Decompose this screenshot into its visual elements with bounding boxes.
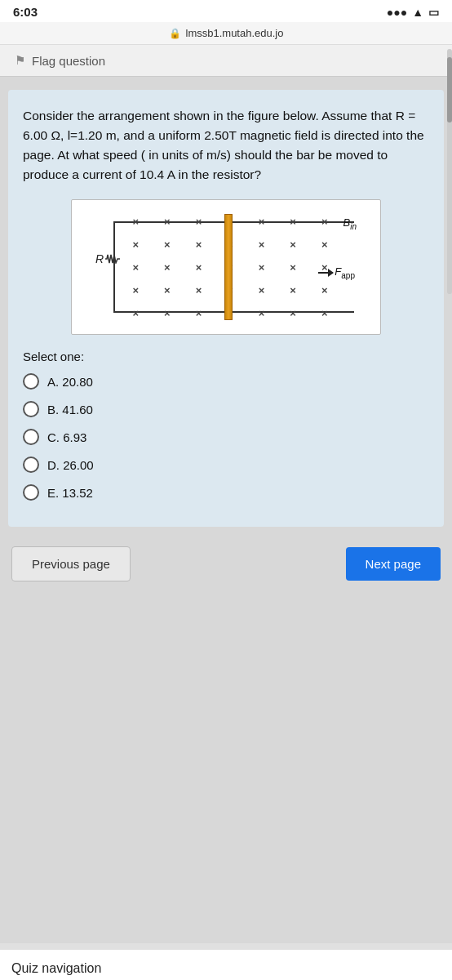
time: 6:03 [13, 5, 38, 19]
next-page-button[interactable]: Next page [346, 547, 441, 581]
option-row-e[interactable]: E. 13.52 [23, 484, 429, 501]
radio-c[interactable] [23, 429, 39, 445]
rail-left [113, 221, 115, 313]
x-cell: × [152, 256, 184, 278]
x-cell: × [246, 210, 277, 233]
radio-e[interactable] [23, 484, 39, 501]
figure-inner: R × × × × × × × [95, 210, 357, 324]
x-cell: × [308, 233, 340, 256]
main-content: ⚑ Flag question Consider the arrangement… [0, 45, 452, 943]
figure-box: R × × × × × × × [71, 199, 381, 335]
x-cell: × [120, 210, 152, 233]
x-cell: × [277, 210, 309, 233]
x-cell: × [152, 301, 184, 324]
x-cell: × [120, 278, 152, 301]
x-cell: × [183, 278, 215, 301]
radio-d[interactable] [23, 457, 39, 473]
f-text: Fapp [335, 265, 355, 280]
url-text: lmssb1.mutah.edu.jo [186, 27, 284, 39]
x-cell: × [277, 301, 309, 324]
lock-icon: 🔒 [169, 28, 181, 39]
resistor-symbol [105, 254, 120, 264]
select-label: Select one: [23, 350, 429, 363]
x-cell: × [120, 301, 152, 324]
f-app-label: Fapp [318, 265, 355, 280]
x-cell: × [183, 233, 215, 256]
radio-b[interactable] [23, 401, 39, 417]
option-row-d[interactable]: D. 26.00 [23, 457, 429, 473]
x-cell: × [183, 256, 215, 278]
option-label-b: B. 41.60 [47, 403, 93, 416]
option-label-c: C. 6.93 [47, 430, 86, 444]
option-row-b[interactable]: B. 41.60 [23, 401, 429, 417]
arrow-right-icon [318, 272, 333, 274]
option-label-a: A. 20.80 [47, 375, 93, 389]
r-label: R [95, 252, 120, 265]
address-bar[interactable]: 🔒 lmssb1.mutah.edu.jo [0, 22, 452, 45]
radio-a[interactable] [23, 373, 39, 390]
x-cell: × [246, 256, 277, 278]
nav-buttons: Previous page Next page [8, 546, 444, 581]
option-row-c[interactable]: C. 6.93 [23, 429, 429, 445]
flag-question-bar[interactable]: ⚑ Flag question [0, 45, 452, 77]
x-cell: × [246, 233, 277, 256]
b-text: Bin [343, 216, 357, 229]
battery-icon: ▭ [428, 6, 439, 19]
x-cell: × [152, 278, 184, 301]
quiz-navigation-section: Quiz navigation 12345678910 [0, 950, 452, 980]
x-cell: × [308, 301, 340, 324]
x-cell: × [246, 278, 277, 301]
question-card: Consider the arrangement shown in the fi… [8, 90, 444, 527]
scrollbar-track[interactable] [447, 49, 452, 294]
wifi-icon: ▲ [412, 6, 423, 19]
option-label-e: E. 13.52 [47, 486, 93, 500]
conductor-bar [224, 214, 233, 320]
quiz-nav-title: Quiz navigation [11, 961, 441, 976]
r-text: R [95, 252, 104, 265]
x-cell: × [152, 210, 184, 233]
question-text: Consider the arrangement shown in the fi… [23, 106, 429, 185]
x-cell: × [152, 233, 184, 256]
flag-label: Flag question [32, 54, 105, 68]
x-cell: × [183, 210, 215, 233]
signal-icon: ●●● [387, 6, 407, 19]
x-cell: × [120, 233, 152, 256]
x-cell: × [308, 278, 340, 301]
x-cell: × [277, 233, 309, 256]
x-cell: × [308, 210, 340, 233]
option-label-d: D. 26.00 [47, 458, 94, 472]
b-in-label: Bin [343, 216, 357, 231]
status-bar: 6:03 ●●● ▲ ▭ [0, 0, 452, 22]
x-cell: × [277, 278, 309, 301]
options-container: A. 20.80B. 41.60C. 6.93D. 26.00E. 13.52 [23, 373, 429, 501]
x-cell: × [120, 256, 152, 278]
scrollbar-thumb[interactable] [447, 57, 452, 122]
x-cell: × [183, 301, 215, 324]
option-row-a[interactable]: A. 20.80 [23, 373, 429, 390]
x-cell: × [277, 256, 309, 278]
previous-page-button[interactable]: Previous page [11, 546, 131, 581]
flag-icon: ⚑ [15, 53, 25, 68]
x-cell: × [246, 301, 277, 324]
